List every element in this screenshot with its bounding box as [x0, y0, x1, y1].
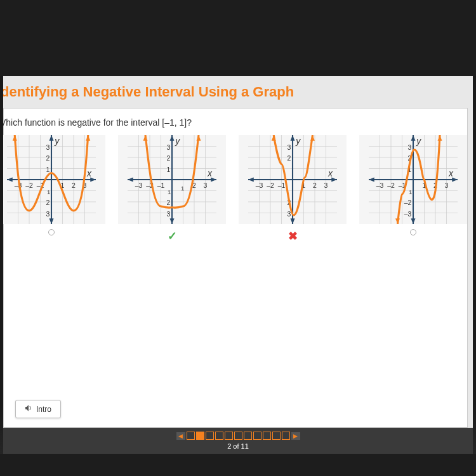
page-title: dentifying a Negative Interval Using a G… [3, 76, 473, 105]
svg-text:3: 3 [324, 182, 328, 189]
pager: ◀ ▶ [176, 432, 300, 440]
svg-text:–1: –1 [157, 182, 165, 189]
svg-text:–3: –3 [376, 182, 384, 189]
svg-text:3: 3 [167, 210, 171, 218]
svg-text:2: 2 [46, 154, 50, 162]
graph-b: y x 321 23 –3–2–1 23 1 1 [118, 135, 226, 224]
svg-text:–3: –3 [135, 182, 143, 189]
svg-text:2: 2 [46, 199, 50, 206]
option-c[interactable]: y x 32 23 –3–2–1 123 ✖ [239, 135, 347, 239]
svg-text:y: y [416, 136, 421, 146]
option-a[interactable]: y x 321 23 –3–2–1 123 1 [3, 135, 105, 239]
svg-text:–2: –2 [404, 199, 412, 206]
svg-text:y: y [295, 136, 301, 146]
intro-label: Intro [36, 405, 51, 414]
svg-marker-66 [143, 135, 148, 141]
graph-d: y x 321 –2–3 –3–2–1 123 1 [359, 135, 467, 224]
svg-text:–3: –3 [256, 182, 263, 189]
svg-text:–1: –1 [278, 182, 286, 189]
svg-marker-116 [411, 135, 416, 141]
page-box-3[interactable] [206, 432, 214, 440]
svg-marker-17 [50, 218, 54, 224]
radio-unselected-icon [410, 229, 416, 235]
page-box-8[interactable] [253, 432, 261, 440]
svg-text:2: 2 [288, 154, 291, 162]
footer-bar: ◀ ▶ 2 of 11 [3, 428, 473, 454]
svg-marker-84 [291, 135, 295, 141]
svg-text:x: x [448, 168, 454, 178]
svg-text:–3: –3 [404, 210, 412, 218]
svg-text:2: 2 [72, 182, 76, 189]
page-box-2[interactable] [196, 432, 204, 440]
svg-text:y: y [175, 136, 180, 146]
content-panel: Vhich function is negative for the inter… [3, 108, 468, 428]
svg-text:x: x [207, 168, 213, 178]
svg-marker-99 [310, 135, 315, 141]
svg-marker-117 [411, 218, 416, 224]
svg-text:3: 3 [445, 182, 449, 189]
page-box-5[interactable] [225, 432, 233, 440]
svg-text:–2: –2 [25, 182, 33, 189]
svg-text:1: 1 [167, 166, 171, 173]
page-box-11[interactable] [282, 432, 290, 440]
svg-text:3: 3 [46, 143, 50, 151]
svg-text:–2: –2 [387, 182, 395, 189]
svg-text:3: 3 [288, 143, 291, 151]
next-button[interactable]: ▶ [291, 432, 300, 440]
svg-text:3: 3 [46, 210, 50, 218]
svg-text:x: x [327, 168, 333, 178]
svg-text:1: 1 [409, 188, 412, 195]
pager-text: 2 of 11 [227, 442, 249, 450]
svg-text:3: 3 [204, 182, 208, 189]
svg-text:y: y [54, 136, 60, 146]
question-text: Vhich function is negative for the inter… [3, 115, 467, 135]
svg-marker-16 [50, 135, 54, 141]
radio-unselected-icon [48, 229, 55, 235]
svg-marker-115 [369, 178, 374, 182]
page-box-1[interactable] [187, 432, 195, 440]
svg-text:3: 3 [167, 143, 171, 151]
page-box-6[interactable] [234, 432, 242, 440]
svg-marker-15 [7, 178, 13, 182]
svg-marker-32 [13, 135, 17, 141]
svg-marker-67 [197, 135, 201, 141]
graph-a: y x 321 23 –3–2–1 123 1 [3, 135, 105, 224]
audio-icon [25, 404, 32, 414]
graph-c: y x 32 23 –3–2–1 123 [239, 135, 347, 224]
svg-text:1: 1 [47, 188, 50, 195]
svg-text:x: x [86, 168, 92, 178]
page-box-7[interactable] [244, 432, 252, 440]
graph-options: y x 321 23 –3–2–1 123 1 [3, 135, 467, 239]
svg-marker-51 [170, 218, 175, 224]
svg-text:2: 2 [167, 154, 171, 162]
svg-marker-133 [438, 135, 442, 141]
option-b[interactable]: y x 321 23 –3–2–1 23 1 1 [118, 135, 226, 239]
svg-text:1: 1 [168, 188, 171, 195]
svg-marker-85 [291, 218, 295, 224]
prev-button[interactable]: ◀ [176, 432, 185, 440]
svg-text:–2: –2 [267, 182, 274, 189]
intro-button[interactable]: Intro [15, 400, 61, 418]
svg-text:2: 2 [167, 199, 171, 206]
page-box-9[interactable] [263, 432, 271, 440]
page-box-10[interactable] [272, 432, 281, 440]
option-d[interactable]: y x 321 –2–3 –3–2–1 123 1 [359, 135, 467, 239]
svg-marker-98 [272, 135, 276, 141]
page-box-4[interactable] [215, 432, 223, 440]
svg-text:2: 2 [313, 182, 317, 189]
svg-marker-83 [248, 178, 254, 182]
svg-marker-132 [395, 218, 400, 224]
svg-marker-49 [128, 178, 133, 182]
svg-text:1: 1 [46, 166, 50, 173]
svg-marker-50 [170, 135, 175, 141]
svg-text:3: 3 [408, 143, 412, 151]
cross-icon: ✖ [288, 229, 298, 239]
checkmark-icon: ✓ [168, 229, 177, 239]
svg-text:1: 1 [181, 185, 184, 192]
svg-marker-33 [86, 135, 90, 141]
